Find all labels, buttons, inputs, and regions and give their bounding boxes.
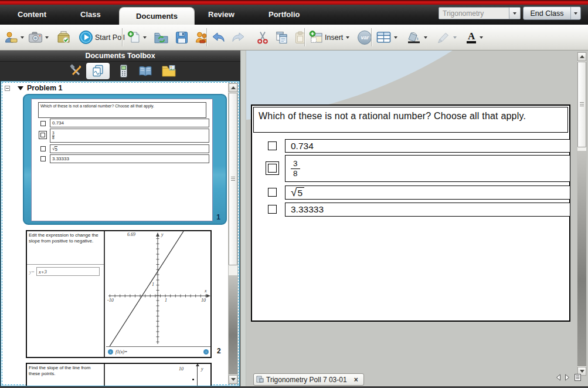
next-page-button[interactable] [565, 373, 570, 383]
tab-review[interactable]: Review [208, 10, 234, 19]
page-1-preview: Which of these is not a rational number?… [31, 99, 213, 221]
scroll-thumb[interactable] [577, 62, 586, 147]
text-color-dropdown-arrow[interactable] [480, 36, 483, 39]
text-color-button[interactable]: A [465, 31, 484, 44]
thumbnail-scrollbar[interactable] [228, 83, 238, 384]
document-page: Which of these is not a rational number?… [251, 104, 570, 322]
transfer-class-button[interactable] [193, 31, 210, 45]
review-collect-button[interactable] [55, 30, 72, 45]
function-label: f1(x)= [115, 349, 201, 355]
graph-xmin-label: -10 [107, 298, 114, 303]
toolbox-tab-utilities[interactable] [157, 63, 181, 79]
insert-button[interactable]: Insert [308, 30, 351, 45]
open-document-button[interactable] [152, 31, 170, 45]
answer-3-checkbox[interactable] [268, 188, 277, 197]
page-2-instruction: Edit the expression to change the slope … [27, 231, 104, 265]
mini-fraction-denominator: 8 [52, 136, 55, 140]
toolbar-separator [122, 28, 123, 46]
answer-1-box[interactable]: 0.734 [285, 139, 570, 153]
new-document-dropdown-arrow[interactable] [143, 36, 147, 39]
screen-capture-dropdown-arrow[interactable] [45, 36, 49, 39]
close-tab-icon[interactable]: × [354, 376, 358, 383]
page-list-button[interactable] [575, 373, 581, 383]
undo-button[interactable] [210, 31, 227, 44]
prev-page-button[interactable] [556, 373, 561, 383]
border-color-dropdown-arrow[interactable] [453, 36, 457, 39]
expand-triangle-icon[interactable] [18, 86, 23, 90]
graph-yaxis-label: y [161, 232, 164, 237]
scroll-track-shaded[interactable] [229, 275, 237, 374]
cut-button[interactable] [256, 31, 270, 45]
panel-splitter[interactable] [240, 50, 246, 386]
scroll-thumb[interactable] [229, 93, 237, 265]
new-document-button[interactable] [126, 30, 148, 45]
mini-answer-1: 0.734 [50, 119, 209, 127]
tab-portfolio[interactable]: Portfolio [268, 10, 300, 19]
prev-page-icon [556, 374, 561, 381]
document-scrollbar[interactable] [577, 52, 587, 376]
scroll-track-shaded[interactable] [577, 151, 586, 366]
collapse-box-icon[interactable] [5, 86, 10, 91]
fill-color-button[interactable] [405, 31, 429, 45]
start-poll-button[interactable]: Start Poll [77, 29, 126, 45]
toolbox-tab-content-explorer[interactable] [134, 63, 157, 79]
mini-radicand: 5 [55, 146, 57, 152]
tab-content[interactable]: Content [18, 10, 46, 19]
document-tab[interactable]: Trigonometry Poll 7 03-01 × [253, 373, 364, 386]
folder-image-icon [161, 65, 176, 77]
problem-label: Problem 1 [27, 84, 62, 92]
question-box[interactable]: Which of these is not a rational number?… [253, 107, 568, 133]
document-tab-label: Trigonometry Poll 7 03-01 [266, 376, 347, 384]
save-button[interactable] [174, 31, 189, 45]
scroll-up-button[interactable] [577, 52, 586, 61]
fill-color-dropdown-arrow[interactable] [424, 36, 427, 39]
page-thumbnail-3[interactable]: Find the slope of the line from these po… [26, 363, 212, 386]
answer-1-checkbox[interactable] [268, 141, 277, 150]
page-sorter-icon [91, 64, 105, 78]
text-color-icon: A [467, 31, 476, 43]
answer-3-box[interactable]: √5 [285, 185, 570, 200]
fraction-denominator: 8 [291, 168, 300, 178]
brush-icon [436, 31, 451, 43]
class-dropdown-arrow[interactable] [509, 8, 520, 19]
end-class-button[interactable]: End Class [523, 6, 581, 20]
problem-tree-node[interactable]: Problem 1 [5, 84, 62, 92]
user-dropdown-arrow[interactable] [21, 36, 24, 39]
mini-answer-2: 3 8 [50, 129, 209, 143]
answer-4-checkbox[interactable] [268, 205, 277, 214]
copy-button[interactable] [274, 31, 290, 45]
border-color-button[interactable] [435, 31, 458, 44]
cut-scissors-icon [257, 31, 268, 44]
toolbar-separator [304, 28, 305, 46]
screen-capture-button[interactable] [27, 31, 50, 44]
insert-dropdown-arrow[interactable] [346, 36, 349, 39]
tab-documents[interactable]: Documents [119, 7, 195, 25]
insert-label: Insert [325, 33, 343, 42]
paste-button[interactable] [293, 31, 307, 45]
class-dropdown[interactable]: Trigonometry [439, 7, 521, 19]
page-thumbnail-2[interactable]: Edit the expression to change the slope … [26, 230, 212, 358]
answer-4-box[interactable]: 3.33333 [285, 203, 570, 217]
redo-button[interactable] [229, 31, 247, 44]
graph-ymax-label: 10 [179, 366, 183, 372]
var-icon: var [358, 31, 372, 45]
toolbox-tab-handheld[interactable] [112, 63, 135, 79]
page-thumbnail-1[interactable]: Which of these is not a rational number?… [23, 94, 227, 225]
end-class-dropdown-arrow[interactable] [570, 7, 580, 19]
scroll-down-button[interactable] [229, 375, 237, 384]
toolbox-tab-tools[interactable] [64, 63, 88, 79]
page-3-instruction: Find the slope of the line from these po… [27, 364, 105, 386]
page-2-graph: 6.69 y 1 -10 1 10 x [106, 231, 210, 346]
fill-color-bucket-icon [406, 31, 422, 44]
toolbox-tab-page-sorter[interactable] [86, 63, 110, 79]
student-name-button[interactable] [3, 31, 25, 45]
answer-2-box[interactable]: 3 8 [285, 155, 570, 182]
scroll-up-button[interactable] [229, 83, 237, 92]
graph-xmax-label: 10 [201, 298, 206, 303]
mini-checkbox-1 [40, 121, 46, 126]
page-layout-button[interactable] [375, 31, 399, 44]
page-layout-dropdown-arrow[interactable] [394, 36, 397, 39]
page-sorter-pane: Problem 1 Which of these is not a ration… [1, 81, 240, 386]
answer-2-checkbox-focused[interactable] [266, 161, 279, 175]
tab-class[interactable]: Class [80, 10, 101, 19]
